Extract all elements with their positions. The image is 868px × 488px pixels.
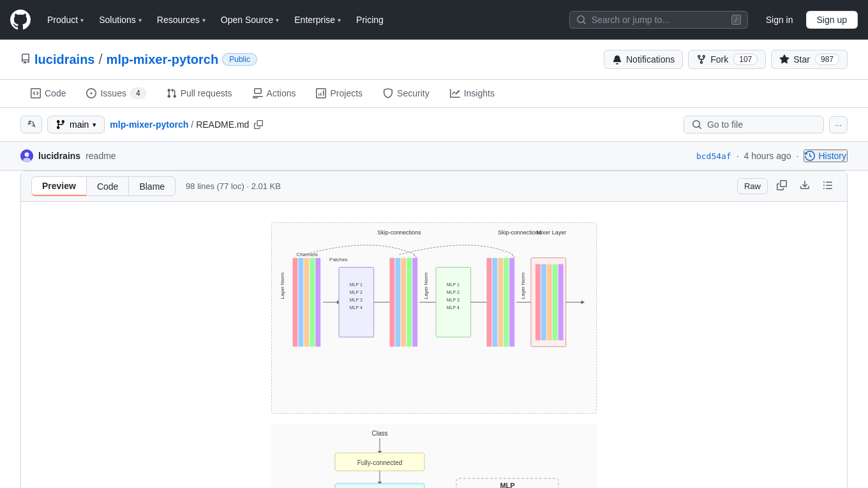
commit-meta: bcd54af · 4 hours ago · History [696, 149, 848, 162]
mlp-mixer-diagram: Skip-connections Skip-connections Mixer … [271, 222, 597, 414]
star-icon [779, 54, 789, 65]
svg-text:MLP 4: MLP 4 [350, 305, 363, 310]
security-icon [383, 88, 393, 98]
nav-pricing[interactable]: Pricing [350, 11, 390, 29]
tab-pullrequests[interactable]: Pull requests [156, 80, 243, 108]
signup-button[interactable]: Sign up [806, 11, 858, 29]
tab-actions[interactable]: Actions [243, 80, 306, 108]
svg-rect-8 [292, 258, 297, 347]
history-icon [805, 151, 815, 161]
code-tab[interactable]: Code [86, 176, 128, 196]
tab-issues[interactable]: Issues 4 [76, 80, 156, 108]
list-view-button[interactable] [819, 178, 837, 195]
svg-text:MLP 2: MLP 2 [350, 290, 363, 294]
svg-line-34 [512, 255, 515, 258]
svg-text:Layer Norm: Layer Norm [423, 272, 429, 299]
svg-line-20 [414, 255, 417, 258]
raw-button[interactable]: Raw [737, 178, 768, 194]
svg-rect-26 [412, 258, 417, 347]
svg-rect-24 [401, 258, 406, 347]
copy-icon [254, 120, 263, 129]
copy-file-button[interactable] [773, 178, 791, 195]
fork-button[interactable]: Fork 107 [688, 50, 766, 69]
file-view-tabs: Preview Code Blame [31, 176, 176, 196]
repo-header: lucidrains / mlp-mixer-pytorch Public No… [0, 40, 868, 80]
svg-rect-46 [553, 264, 558, 340]
nav-product[interactable]: Product ▾ [41, 11, 90, 29]
svg-rect-37 [492, 258, 497, 347]
svg-rect-9 [298, 258, 303, 347]
svg-text:MLP 1: MLP 1 [447, 282, 460, 287]
nav-resources[interactable]: Resources ▾ [151, 11, 212, 29]
commit-time: 4 hours ago [744, 151, 791, 161]
bell-icon [612, 54, 622, 65]
signin-button[interactable]: Sign in [758, 11, 801, 28]
nav-solutions[interactable]: Solutions ▾ [93, 11, 148, 29]
branch-selector[interactable]: main ▾ [47, 116, 105, 133]
chevron-down-icon: ▾ [338, 17, 341, 24]
breadcrumb-repo-link[interactable]: mlp-mixer-pytorch [110, 119, 188, 130]
svg-rect-22 [389, 258, 394, 347]
fork-icon [696, 54, 707, 65]
svg-text:Skip-connections: Skip-connections [498, 229, 542, 236]
svg-text:Channels: Channels [296, 252, 318, 257]
blame-tab[interactable]: Blame [128, 176, 176, 196]
sidebar-icon [26, 119, 36, 130]
mlp-classifier-diagram: Class Fully-connected Global Average Poo… [271, 424, 597, 488]
tab-insights[interactable]: Insights [440, 80, 505, 108]
goto-file-placeholder: Go to file [707, 119, 743, 130]
svg-text:MLP 3: MLP 3 [447, 298, 460, 302]
pr-icon [167, 88, 177, 98]
tab-security[interactable]: Security [373, 80, 440, 108]
file-bar-right: Go to file ··· [684, 116, 848, 133]
readme-content: Skip-connections Skip-connections Mixer … [211, 222, 657, 488]
svg-rect-25 [407, 258, 412, 347]
svg-rect-45 [547, 264, 552, 340]
svg-rect-11 [310, 258, 315, 347]
download-button[interactable] [796, 178, 814, 195]
svg-text:Fully-connected: Fully-connected [357, 459, 403, 466]
svg-rect-47 [558, 264, 564, 340]
tab-projects[interactable]: Projects [306, 80, 373, 108]
svg-text:Layer Norm: Layer Norm [280, 272, 285, 299]
commit-hash[interactable]: bcd54af [696, 151, 731, 161]
tab-code[interactable]: Code [20, 80, 76, 108]
nav-opensource[interactable]: Open Source ▾ [214, 11, 286, 29]
repo-owner[interactable]: lucidrains [34, 52, 94, 67]
sidebar-toggle-button[interactable] [20, 116, 42, 133]
svg-rect-39 [504, 258, 509, 347]
file-content: Skip-connections Skip-connections Mixer … [21, 202, 847, 488]
svg-text:Skip-connections: Skip-connections [377, 229, 421, 236]
star-button[interactable]: Star 987 [771, 50, 848, 69]
svg-text:MLP: MLP [500, 482, 514, 488]
commit-author[interactable]: lucidrains [38, 151, 80, 161]
commit-info: lucidrains readme bcd54af · 4 hours ago … [0, 142, 868, 171]
goto-file-input[interactable]: Go to file [684, 116, 824, 133]
search-box[interactable]: Search or jump to... / [569, 11, 748, 29]
svg-rect-44 [541, 264, 546, 340]
svg-text:MLP 4: MLP 4 [447, 305, 460, 310]
commit-separator: · [737, 151, 739, 161]
chevron-down-icon: ▾ [202, 17, 206, 24]
svg-rect-38 [498, 258, 503, 347]
history-button[interactable]: History [804, 149, 848, 162]
nav-enterprise[interactable]: Enterprise ▾ [288, 11, 347, 29]
repo-name[interactable]: mlp-mixer-pytorch [107, 52, 219, 67]
code-icon [31, 88, 41, 98]
branch-icon [56, 119, 66, 130]
copy-path-button[interactable] [251, 118, 266, 132]
breadcrumb-filename: README.md [196, 119, 249, 130]
notifications-button[interactable]: Notifications [604, 50, 683, 69]
search-icon [576, 15, 587, 25]
svg-rect-43 [535, 264, 541, 340]
more-options-button[interactable]: ··· [829, 116, 848, 133]
svg-rect-36 [486, 258, 491, 347]
list-icon [823, 180, 833, 190]
svg-text:Mixer Layer: Mixer Layer [536, 229, 566, 236]
github-logo[interactable] [10, 10, 31, 30]
preview-tab[interactable]: Preview [31, 176, 86, 196]
download-icon [800, 180, 810, 190]
svg-text:MLP 1: MLP 1 [350, 282, 363, 287]
svg-point-1 [25, 153, 29, 157]
svg-rect-55 [335, 484, 424, 488]
